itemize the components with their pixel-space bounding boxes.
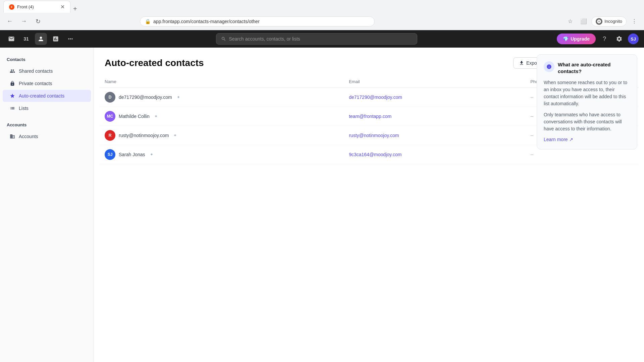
- spark-icon: ✦: [154, 114, 158, 119]
- tab-favicon: F: [9, 4, 14, 10]
- nav-messages-icon[interactable]: [5, 33, 17, 45]
- main-content: Auto-created contacts Export Create Impo…: [94, 48, 644, 362]
- lists-icon: [9, 105, 15, 111]
- tab-title: Front (4): [17, 4, 34, 9]
- accounts-section-title: Accounts: [0, 120, 94, 130]
- sidebar-item-shared-contacts[interactable]: Shared contacts: [3, 65, 91, 77]
- sidebar-item-lists[interactable]: Lists: [3, 102, 91, 114]
- info-panel-header: What are auto-created contacts?: [544, 61, 630, 74]
- info-panel: What are auto-created contacts? When som…: [537, 54, 637, 149]
- email-link[interactable]: 9c3ca164@moodjoy.com: [349, 152, 401, 157]
- back-button[interactable]: ←: [4, 16, 15, 27]
- contact-email-cell: rusty@notinmoojoy.com: [343, 126, 525, 145]
- shared-contacts-icon: [9, 68, 15, 74]
- phone-value: --: [530, 152, 533, 157]
- learn-more-label: Learn more: [544, 137, 568, 142]
- contact-name-cell: MC Mathilde Collin ✦: [99, 107, 343, 126]
- contact-avatar: SJ: [105, 149, 115, 160]
- tab-close-button[interactable]: ✕: [60, 4, 65, 10]
- app-header: 31 💎 Upgrade ? SJ: [0, 30, 644, 48]
- private-contacts-label: Private contacts: [19, 81, 52, 86]
- browser-more-button[interactable]: ⋮: [629, 16, 640, 27]
- phone-value: --: [530, 114, 533, 119]
- search-input[interactable]: [229, 36, 412, 42]
- upgrade-button[interactable]: 💎 Upgrade: [557, 34, 596, 44]
- contact-name-cell: R rusty@notinmoojoy.com ✦: [99, 126, 343, 145]
- page-title: Auto-created contacts: [105, 58, 204, 68]
- external-link-icon: ↗: [569, 137, 573, 142]
- spark-icon: ✦: [150, 152, 153, 157]
- auto-created-contacts-icon: [9, 93, 15, 99]
- help-button[interactable]: ?: [598, 33, 610, 45]
- contact-email-cell: 9c3ca164@moodjoy.com: [343, 145, 525, 164]
- spark-icon: ✦: [173, 133, 177, 138]
- incognito-label: Incognito: [604, 19, 622, 24]
- contact-avatar: MC: [105, 111, 115, 122]
- info-panel-body1: When someone reaches out to you or to an…: [544, 79, 630, 107]
- nav-contacts-icon[interactable]: [35, 33, 47, 45]
- url-text: app.frontapp.com/contacts-manager/contac…: [153, 19, 260, 24]
- contact-email-cell: team@frontapp.com: [343, 107, 525, 126]
- sidebar-item-private-contacts[interactable]: Private contacts: [3, 77, 91, 89]
- contact-name-cell: D de717290@moodjoy.com ✦: [99, 88, 343, 107]
- nav-more-icon[interactable]: [64, 33, 76, 45]
- forward-button[interactable]: →: [18, 16, 30, 27]
- reload-button[interactable]: ↻: [32, 16, 44, 27]
- contacts-section: Contacts Shared contacts Private contact…: [0, 54, 94, 114]
- auto-created-contacts-label: Auto-created contacts: [19, 93, 64, 99]
- lists-label: Lists: [19, 106, 29, 111]
- contact-name: Sarah Jonas: [119, 152, 145, 157]
- contact-avatar: R: [105, 130, 115, 141]
- sidebar-item-auto-created-contacts[interactable]: Auto-created contacts: [3, 90, 91, 102]
- email-link[interactable]: rusty@notinmoojoy.com: [349, 133, 399, 138]
- email-link[interactable]: team@frontapp.com: [349, 114, 391, 119]
- accounts-label: Accounts: [19, 134, 38, 139]
- contact-avatar: D: [105, 92, 115, 103]
- nav-calendar-icon[interactable]: 31: [20, 33, 32, 45]
- accounts-section: Accounts Accounts: [0, 120, 94, 142]
- spark-icon: ✦: [177, 95, 180, 100]
- info-panel-body2: Only teammates who have access to conver…: [544, 111, 630, 132]
- browser-sidebar-button[interactable]: ⬜: [578, 16, 589, 27]
- col-name: Name: [99, 76, 343, 88]
- contact-name-cell: SJ Sarah Jonas ✦: [99, 145, 343, 164]
- address-bar[interactable]: 🔒 app.frontapp.com/contacts-manager/cont…: [140, 16, 375, 26]
- upgrade-icon: 💎: [563, 36, 569, 42]
- info-panel-title: What are auto-created contacts?: [558, 61, 630, 74]
- new-tab-button[interactable]: +: [70, 5, 80, 13]
- settings-button[interactable]: [613, 33, 625, 45]
- avatar[interactable]: SJ: [628, 34, 639, 44]
- bookmark-button[interactable]: ☆: [565, 16, 576, 27]
- shared-contacts-label: Shared contacts: [19, 68, 53, 74]
- app-search-bar[interactable]: [216, 33, 417, 45]
- contacts-section-title: Contacts: [0, 54, 94, 65]
- accounts-icon: [9, 133, 15, 139]
- lock-icon: 🔒: [145, 19, 151, 24]
- contact-email-cell: de717290@moodjoy.com: [343, 88, 525, 107]
- private-contacts-icon: [9, 80, 15, 86]
- contact-name: Mathilde Collin: [119, 114, 150, 119]
- nav-analytics-icon[interactable]: [50, 33, 62, 45]
- header-right: 💎 Upgrade ? SJ: [557, 33, 639, 45]
- browser-toolbar: ← → ↻ 🔒 app.frontapp.com/contacts-manage…: [0, 13, 644, 30]
- phone-value: --: [530, 95, 533, 100]
- email-link[interactable]: de717290@moodjoy.com: [349, 95, 402, 100]
- incognito-button[interactable]: Incognito: [591, 16, 627, 26]
- browser-tab[interactable]: F Front (4) ✕: [3, 1, 70, 13]
- learn-more-link[interactable]: Learn more ↗: [544, 137, 573, 142]
- incognito-icon: [596, 18, 602, 25]
- phone-value: --: [530, 133, 533, 138]
- sidebar: Contacts Shared contacts Private contact…: [0, 48, 94, 362]
- app-body: Contacts Shared contacts Private contact…: [0, 48, 644, 362]
- upgrade-label: Upgrade: [571, 36, 590, 42]
- browser-actions: ☆ ⬜ Incognito ⋮: [565, 16, 640, 27]
- col-email: Email: [343, 76, 525, 88]
- info-panel-icon: [544, 61, 554, 72]
- contact-name: rusty@notinmoojoy.com: [119, 133, 169, 138]
- contact-name: de717290@moodjoy.com: [119, 95, 172, 100]
- sidebar-item-accounts[interactable]: Accounts: [3, 130, 91, 142]
